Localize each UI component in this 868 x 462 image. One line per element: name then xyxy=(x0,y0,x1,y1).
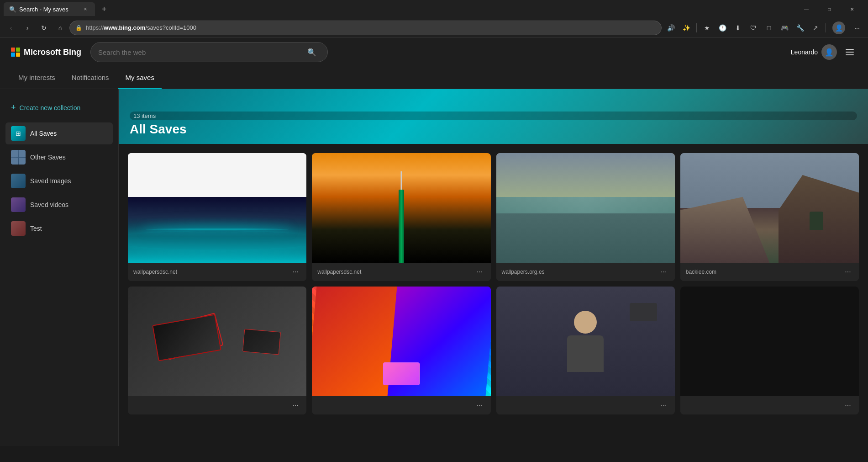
card-image-1 xyxy=(128,153,306,263)
share-button[interactable]: ↗ xyxy=(808,21,823,35)
new-tab-button[interactable]: + xyxy=(98,3,110,16)
create-collection-label: Create new collection xyxy=(20,104,81,112)
card-footer-5: ··· xyxy=(128,396,306,414)
card-source-2: wallpapersdsc.net xyxy=(317,269,361,275)
minimize-button[interactable]: — xyxy=(796,2,817,16)
card-menu-button-3[interactable]: ··· xyxy=(658,266,669,277)
tab-my-saves[interactable]: My saves xyxy=(118,67,162,89)
user-account[interactable]: Leonardo 👤 xyxy=(791,44,837,60)
sidebar-item-other-saves[interactable]: Other Saves xyxy=(5,146,113,168)
games-button[interactable]: 🎮 xyxy=(777,21,792,35)
image-grid: wallpapersdsc.net ··· wallpapersdsc.net … xyxy=(119,144,868,424)
sidebar-thumb-test xyxy=(11,221,26,236)
card-footer-6: ··· xyxy=(312,396,490,414)
tab-notifications[interactable]: Notifications xyxy=(64,67,116,89)
lock-icon: 🔒 xyxy=(75,25,82,31)
create-collection-icon: + xyxy=(11,103,16,112)
image-card-1[interactable]: wallpapersdsc.net ··· xyxy=(128,153,306,281)
image-card-2[interactable]: wallpapersdsc.net ··· xyxy=(312,153,490,281)
hamburger-line-2 xyxy=(846,52,854,53)
downloads-button[interactable]: ⬇ xyxy=(731,21,745,35)
card-footer-3: wallpapers.org.es ··· xyxy=(496,263,675,281)
image-card-5[interactable]: ··· xyxy=(128,287,306,414)
card-menu-button-5[interactable]: ··· xyxy=(290,400,301,411)
search-submit-button[interactable]: 🔍 xyxy=(304,44,320,60)
title-bar: 🔍 Search - My saves × + — □ ✕ xyxy=(0,0,868,18)
sidebar-label-saved-videos: Saved videos xyxy=(30,201,68,208)
search-input[interactable] xyxy=(98,48,300,56)
back-button[interactable]: ‹ xyxy=(4,21,18,35)
card-footer-4: backiee.com ··· xyxy=(680,263,859,281)
extensions-button[interactable]: 🔧 xyxy=(793,21,807,35)
image-card-8[interactable]: ··· xyxy=(680,287,859,414)
active-tab[interactable]: 🔍 Search - My saves × xyxy=(4,2,95,16)
create-collection-button[interactable]: + Create new collection xyxy=(5,98,113,117)
card-image-7 xyxy=(496,287,675,396)
image-card-6[interactable]: ··· xyxy=(312,287,490,414)
refresh-button[interactable]: ↻ xyxy=(37,21,51,35)
card-footer-7: ··· xyxy=(496,396,675,414)
header-right: Leonardo 👤 xyxy=(791,44,857,60)
card-menu-button-7[interactable]: ··· xyxy=(658,400,669,411)
sidebar-thumb-images xyxy=(11,174,26,188)
card-footer-8: ··· xyxy=(680,396,859,414)
tab-favicon: 🔍 xyxy=(9,6,16,13)
tab-title: Search - My saves xyxy=(19,6,79,13)
content-area: + Create new collection ⊞ All Saves Othe… xyxy=(0,89,868,446)
close-button[interactable]: ✕ xyxy=(842,2,863,16)
main-content: 13 items All Saves wallpapersdsc.net ··· xyxy=(119,89,868,446)
user-name: Leonardo xyxy=(791,48,818,56)
card-menu-button-6[interactable]: ··· xyxy=(474,400,485,411)
card-image-2 xyxy=(312,153,490,263)
card-image-6 xyxy=(312,287,490,396)
collection-header: 13 items All Saves xyxy=(119,89,868,144)
sidebar-item-saved-videos[interactable]: Saved videos xyxy=(5,194,113,216)
sidebar-item-all-saves[interactable]: ⊞ All Saves xyxy=(5,122,113,144)
bing-logo[interactable]: Microsoft Bing xyxy=(11,48,81,57)
sidebar-label-saved-images: Saved Images xyxy=(30,177,71,185)
maximize-button[interactable]: □ xyxy=(819,2,840,16)
tab-close-button[interactable]: × xyxy=(81,5,89,13)
browser-copilot-button[interactable]: ✨ xyxy=(679,21,694,35)
sidebar-label-all-saves: All Saves xyxy=(30,130,57,137)
logo-blue xyxy=(11,53,15,57)
sidebar-label-test: Test xyxy=(30,225,42,232)
url-host: www.bing.com xyxy=(104,24,145,31)
search-box[interactable]: 🔍 xyxy=(90,42,328,62)
collections-button[interactable]: □ xyxy=(762,21,776,35)
person-head xyxy=(574,311,597,334)
card-menu-button-1[interactable]: ··· xyxy=(290,266,301,277)
forward-button[interactable]: › xyxy=(20,21,35,35)
image-card-3[interactable]: wallpapers.org.es ··· xyxy=(496,153,675,281)
card-menu-button-4[interactable]: ··· xyxy=(842,266,853,277)
hamburger-line-1 xyxy=(846,49,854,50)
card-footer-2: wallpapersdsc.net ··· xyxy=(312,263,490,281)
history-button[interactable]: 🕐 xyxy=(715,21,730,35)
sidebar-thumb-videos xyxy=(11,197,26,212)
favorites-button[interactable]: ★ xyxy=(700,21,714,35)
sidebar-thumb-other-saves xyxy=(11,150,26,165)
url-path: /saves?collId=1000 xyxy=(145,24,196,31)
read-aloud-button[interactable]: 🔊 xyxy=(663,21,678,35)
browser-menu-button[interactable]: ··· xyxy=(850,21,864,35)
sidebar-label-other-saves: Other Saves xyxy=(30,154,66,161)
person-body xyxy=(567,335,604,372)
card-footer-1: wallpapersdsc.net ··· xyxy=(128,263,306,281)
person-illustration xyxy=(567,311,604,372)
profile-button[interactable]: 👤 xyxy=(829,20,849,36)
tab-my-interests-label: My interests xyxy=(18,74,55,81)
home-button[interactable]: ⌂ xyxy=(53,21,68,35)
card-menu-button-2[interactable]: ··· xyxy=(474,266,485,277)
card-menu-button-8[interactable]: ··· xyxy=(842,400,853,411)
user-avatar: 👤 xyxy=(821,44,837,60)
sidebar-item-test[interactable]: Test xyxy=(5,218,113,239)
card-source-3: wallpapers.org.es xyxy=(502,269,545,275)
hamburger-menu-button[interactable] xyxy=(842,45,857,59)
sidebar-item-saved-images[interactable]: Saved Images xyxy=(5,170,113,192)
address-bar[interactable]: 🔒 https://www.bing.com/saves?collId=1000 xyxy=(69,21,662,35)
window-controls: — □ ✕ xyxy=(796,2,863,16)
tab-my-interests[interactable]: My interests xyxy=(11,67,63,89)
image-card-4[interactable]: backiee.com ··· xyxy=(680,153,859,281)
shield-button[interactable]: 🛡 xyxy=(746,21,761,35)
image-card-7[interactable]: ··· xyxy=(496,287,675,414)
